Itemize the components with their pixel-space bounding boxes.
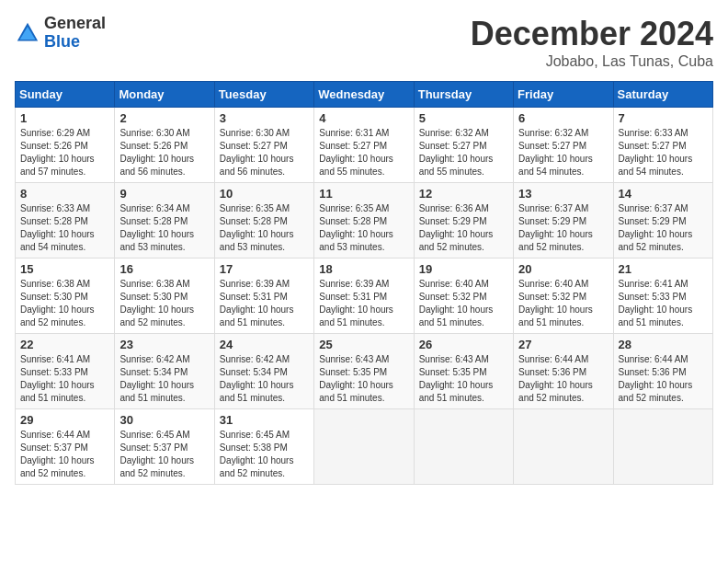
day-info: Sunrise: 6:43 AMSunset: 5:35 PMDaylight:… bbox=[319, 353, 408, 405]
day-number: 15 bbox=[20, 262, 109, 276]
day-info: Sunrise: 6:43 AMSunset: 5:35 PMDaylight:… bbox=[419, 353, 508, 405]
calendar-cell bbox=[414, 409, 513, 485]
day-info: Sunrise: 6:44 AMSunset: 5:36 PMDaylight:… bbox=[619, 353, 708, 405]
day-header-monday: Monday bbox=[115, 82, 214, 108]
logo-icon bbox=[15, 20, 40, 46]
title-area: December 2024 Jobabo, Las Tunas, Cuba bbox=[471, 15, 713, 70]
day-info: Sunrise: 6:41 AMSunset: 5:33 PMDaylight:… bbox=[619, 278, 708, 329]
day-info: Sunrise: 6:32 AMSunset: 5:27 PMDaylight:… bbox=[518, 127, 608, 178]
calendar-cell: 25Sunrise: 6:43 AMSunset: 5:35 PMDayligh… bbox=[314, 334, 414, 409]
calendar-cell: 19Sunrise: 6:40 AMSunset: 5:32 PMDayligh… bbox=[414, 259, 513, 334]
calendar-cell: 23Sunrise: 6:42 AMSunset: 5:34 PMDayligh… bbox=[115, 334, 214, 409]
logo-text: General Blue bbox=[44, 15, 106, 52]
header-row: SundayMondayTuesdayWednesdayThursdayFrid… bbox=[16, 82, 713, 108]
day-number: 17 bbox=[220, 262, 309, 276]
day-info: Sunrise: 6:29 AMSunset: 5:26 PMDaylight:… bbox=[20, 127, 109, 178]
day-number: 18 bbox=[319, 262, 408, 276]
day-number: 2 bbox=[119, 111, 209, 125]
day-number: 16 bbox=[119, 262, 209, 276]
calendar-cell: 9Sunrise: 6:34 AMSunset: 5:28 PMDaylight… bbox=[115, 183, 214, 259]
day-header-tuesday: Tuesday bbox=[214, 82, 313, 108]
day-number: 31 bbox=[220, 413, 309, 427]
calendar-cell: 17Sunrise: 6:39 AMSunset: 5:31 PMDayligh… bbox=[214, 259, 313, 334]
day-info: Sunrise: 6:45 AMSunset: 5:37 PMDaylight:… bbox=[119, 429, 209, 480]
day-info: Sunrise: 6:38 AMSunset: 5:30 PMDaylight:… bbox=[119, 278, 209, 329]
calendar-cell: 31Sunrise: 6:45 AMSunset: 5:38 PMDayligh… bbox=[214, 409, 313, 485]
calendar-week-4: 22Sunrise: 6:41 AMSunset: 5:33 PMDayligh… bbox=[16, 334, 713, 409]
day-info: Sunrise: 6:31 AMSunset: 5:27 PMDaylight:… bbox=[319, 127, 408, 178]
calendar-cell: 26Sunrise: 6:43 AMSunset: 5:35 PMDayligh… bbox=[414, 334, 513, 409]
calendar-cell: 5Sunrise: 6:32 AMSunset: 5:27 PMDaylight… bbox=[414, 108, 513, 183]
day-number: 24 bbox=[220, 338, 309, 351]
day-number: 5 bbox=[419, 111, 508, 125]
day-info: Sunrise: 6:40 AMSunset: 5:32 PMDaylight:… bbox=[419, 278, 508, 329]
calendar-week-2: 8Sunrise: 6:33 AMSunset: 5:28 PMDaylight… bbox=[16, 183, 713, 259]
calendar-cell: 7Sunrise: 6:33 AMSunset: 5:27 PMDaylight… bbox=[613, 108, 712, 183]
calendar-week-1: 1Sunrise: 6:29 AMSunset: 5:26 PMDaylight… bbox=[16, 108, 713, 183]
day-info: Sunrise: 6:45 AMSunset: 5:38 PMDaylight:… bbox=[220, 429, 309, 480]
day-number: 6 bbox=[518, 111, 608, 125]
calendar-cell: 30Sunrise: 6:45 AMSunset: 5:37 PMDayligh… bbox=[115, 409, 214, 485]
calendar-cell: 2Sunrise: 6:30 AMSunset: 5:26 PMDaylight… bbox=[115, 108, 214, 183]
day-number: 7 bbox=[619, 111, 708, 125]
day-info: Sunrise: 6:30 AMSunset: 5:27 PMDaylight:… bbox=[220, 127, 309, 178]
day-info: Sunrise: 6:44 AMSunset: 5:37 PMDaylight:… bbox=[20, 429, 109, 480]
day-info: Sunrise: 6:30 AMSunset: 5:26 PMDaylight:… bbox=[119, 127, 209, 178]
day-info: Sunrise: 6:37 AMSunset: 5:29 PMDaylight:… bbox=[518, 202, 608, 254]
calendar-cell: 13Sunrise: 6:37 AMSunset: 5:29 PMDayligh… bbox=[514, 183, 613, 259]
day-number: 20 bbox=[518, 262, 608, 276]
calendar-cell: 4Sunrise: 6:31 AMSunset: 5:27 PMDaylight… bbox=[314, 108, 414, 183]
calendar-cell: 24Sunrise: 6:42 AMSunset: 5:34 PMDayligh… bbox=[214, 334, 313, 409]
calendar-cell: 16Sunrise: 6:38 AMSunset: 5:30 PMDayligh… bbox=[115, 259, 214, 334]
day-number: 12 bbox=[419, 187, 508, 201]
day-header-wednesday: Wednesday bbox=[314, 82, 414, 108]
calendar-cell: 10Sunrise: 6:35 AMSunset: 5:28 PMDayligh… bbox=[214, 183, 313, 259]
day-info: Sunrise: 6:35 AMSunset: 5:28 PMDaylight:… bbox=[220, 202, 309, 254]
day-header-thursday: Thursday bbox=[414, 82, 513, 108]
day-info: Sunrise: 6:41 AMSunset: 5:33 PMDaylight:… bbox=[20, 353, 109, 405]
calendar-cell: 22Sunrise: 6:41 AMSunset: 5:33 PMDayligh… bbox=[16, 334, 115, 409]
calendar-body: 1Sunrise: 6:29 AMSunset: 5:26 PMDaylight… bbox=[16, 108, 713, 485]
day-info: Sunrise: 6:33 AMSunset: 5:28 PMDaylight:… bbox=[20, 202, 109, 254]
day-number: 4 bbox=[319, 111, 408, 125]
logo-general-text: General bbox=[44, 15, 106, 33]
calendar-cell: 27Sunrise: 6:44 AMSunset: 5:36 PMDayligh… bbox=[514, 334, 613, 409]
calendar-cell bbox=[514, 409, 613, 485]
day-info: Sunrise: 6:39 AMSunset: 5:31 PMDaylight:… bbox=[220, 278, 309, 329]
day-number: 9 bbox=[119, 187, 209, 201]
day-number: 19 bbox=[419, 262, 508, 276]
day-info: Sunrise: 6:33 AMSunset: 5:27 PMDaylight:… bbox=[619, 127, 708, 178]
day-info: Sunrise: 6:36 AMSunset: 5:29 PMDaylight:… bbox=[419, 202, 508, 254]
calendar-cell bbox=[613, 409, 712, 485]
calendar-cell: 28Sunrise: 6:44 AMSunset: 5:36 PMDayligh… bbox=[613, 334, 712, 409]
day-header-saturday: Saturday bbox=[613, 82, 712, 108]
logo-blue-text: Blue bbox=[44, 33, 106, 52]
calendar-cell: 18Sunrise: 6:39 AMSunset: 5:31 PMDayligh… bbox=[314, 259, 414, 334]
day-number: 29 bbox=[20, 413, 109, 427]
day-number: 3 bbox=[220, 111, 309, 125]
day-number: 21 bbox=[619, 262, 708, 276]
day-number: 13 bbox=[518, 187, 608, 201]
calendar-cell: 6Sunrise: 6:32 AMSunset: 5:27 PMDaylight… bbox=[514, 108, 613, 183]
day-info: Sunrise: 6:40 AMSunset: 5:32 PMDaylight:… bbox=[518, 278, 608, 329]
calendar-table: SundayMondayTuesdayWednesdayThursdayFrid… bbox=[15, 81, 713, 485]
day-number: 22 bbox=[20, 338, 109, 351]
location-title: Jobabo, Las Tunas, Cuba bbox=[471, 53, 713, 70]
day-info: Sunrise: 6:35 AMSunset: 5:28 PMDaylight:… bbox=[319, 202, 408, 254]
month-title: December 2024 bbox=[471, 15, 713, 53]
day-header-sunday: Sunday bbox=[16, 82, 115, 108]
day-number: 28 bbox=[619, 338, 708, 351]
header: General Blue December 2024 Jobabo, Las T… bbox=[15, 15, 713, 70]
day-info: Sunrise: 6:34 AMSunset: 5:28 PMDaylight:… bbox=[119, 202, 209, 254]
calendar-cell: 29Sunrise: 6:44 AMSunset: 5:37 PMDayligh… bbox=[16, 409, 115, 485]
day-number: 1 bbox=[20, 111, 109, 125]
calendar-cell: 20Sunrise: 6:40 AMSunset: 5:32 PMDayligh… bbox=[514, 259, 613, 334]
day-info: Sunrise: 6:37 AMSunset: 5:29 PMDaylight:… bbox=[619, 202, 708, 254]
calendar-cell: 1Sunrise: 6:29 AMSunset: 5:26 PMDaylight… bbox=[16, 108, 115, 183]
logo: General Blue bbox=[15, 15, 106, 52]
calendar-cell: 8Sunrise: 6:33 AMSunset: 5:28 PMDaylight… bbox=[16, 183, 115, 259]
calendar-week-3: 15Sunrise: 6:38 AMSunset: 5:30 PMDayligh… bbox=[16, 259, 713, 334]
calendar-cell: 14Sunrise: 6:37 AMSunset: 5:29 PMDayligh… bbox=[613, 183, 712, 259]
calendar-cell: 3Sunrise: 6:30 AMSunset: 5:27 PMDaylight… bbox=[214, 108, 313, 183]
day-number: 30 bbox=[119, 413, 209, 427]
